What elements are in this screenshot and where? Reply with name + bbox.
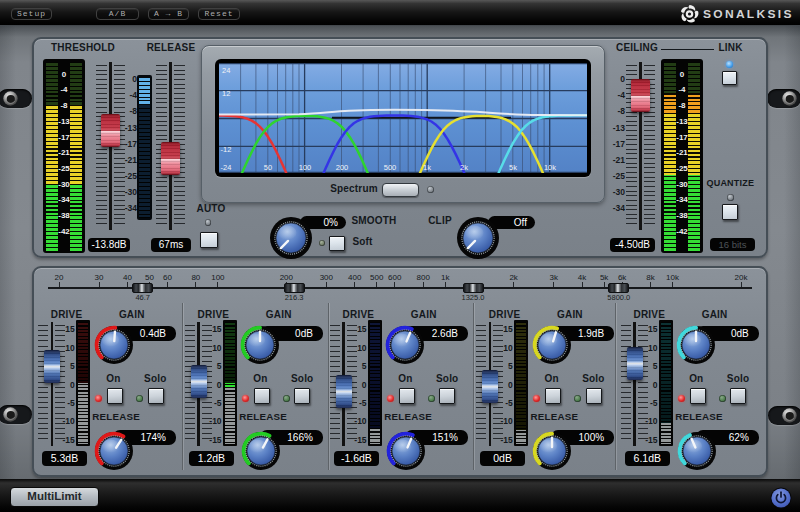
- svg-text:100: 100: [299, 163, 312, 172]
- svg-text:1k: 1k: [423, 163, 431, 172]
- svg-text:5k: 5k: [509, 163, 517, 172]
- svg-text:2k: 2k: [460, 163, 468, 172]
- svg-text:10k: 10k: [544, 163, 556, 172]
- svg-text:-12: -12: [221, 145, 232, 154]
- svg-text:24: 24: [222, 66, 230, 75]
- svg-text:500: 500: [384, 163, 397, 172]
- svg-text:50: 50: [264, 163, 272, 172]
- svg-text:-24: -24: [221, 163, 232, 172]
- svg-text:200: 200: [336, 163, 349, 172]
- svg-text:12: 12: [222, 89, 230, 98]
